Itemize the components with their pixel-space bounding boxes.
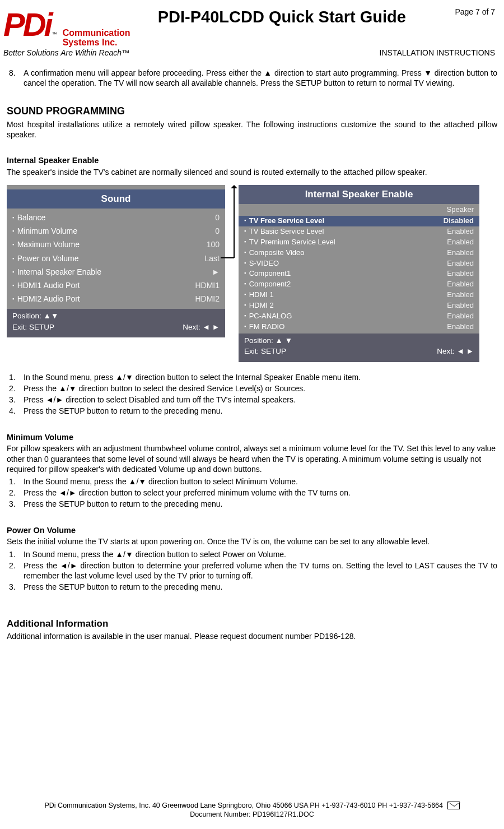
menu-item: Component2Enabled — [244, 279, 474, 290]
envelope-icon — [447, 802, 460, 809]
menu-title: Internal Speaker Enable — [239, 185, 479, 204]
menu-item-label: S-VIDEO — [244, 259, 279, 268]
sound-programming-intro: Most hospital installations utilize a re… — [7, 119, 497, 140]
menu-item: HDMI2 Audio PortHDMI2 — [12, 292, 220, 305]
menu-item-value: ► — [212, 267, 220, 277]
arrow-icon — [224, 185, 241, 196]
logo-tm: ™ — [52, 31, 57, 38]
list-item: 2.Press the ◄/► direction button to dete… — [7, 561, 497, 581]
menu-item-label: PC-ANALOG — [244, 312, 292, 321]
menu-item-label: HDMI 1 — [244, 290, 274, 300]
menu-item-value: Enabled — [447, 259, 474, 268]
menu-item-label: Balance — [12, 212, 45, 223]
list-item: 1.In the Sound menu, press ▲/▼ direction… — [7, 372, 497, 382]
menu-item-label: TV Basic Service Level — [244, 227, 324, 237]
menu-item-value: 0 — [215, 226, 220, 236]
menu-item-label: TV Premium Service Level — [244, 238, 335, 247]
step-text: Press the ◄/► direction button to select… — [24, 488, 497, 498]
step-text: Press the SETUP button to return to the … — [24, 582, 497, 592]
step-number: 1. — [7, 549, 24, 559]
ise-intro: The speaker's inside the TV's cabinet ar… — [7, 167, 497, 177]
menu-item-label: HDMI2 Audio Port — [12, 294, 80, 304]
menu-item-value: HDMI1 — [195, 280, 220, 290]
menu-item-label: Composite Video — [244, 248, 304, 258]
step-number: 4. — [7, 406, 24, 416]
footer-next: Next: ◄ ► — [183, 322, 220, 332]
section-sound-programming: SOUND PROGRAMMING — [7, 105, 497, 118]
menu-footer: Position: ▲▼ Exit: SETUP Next: ◄ ► — [7, 309, 225, 337]
menu-item-label: TV Free Service Level — [244, 216, 324, 226]
step-text: Press the SETUP button to return to the … — [24, 406, 497, 416]
menu-screenshots: Sound Balance0Minimum Volume0Maximum Vol… — [7, 185, 497, 362]
logo-text: PDi — [3, 3, 51, 45]
page-number: Page 7 of 7 — [433, 3, 495, 17]
menu-item-value: Enabled — [447, 227, 474, 237]
min-vol-intro: For pillow speakers with an adjustment t… — [7, 443, 497, 474]
footer-line2: Document Number: PD196I127R1.DOC — [190, 811, 314, 818]
footer-next: Next: ◄ ► — [437, 346, 474, 356]
menu-item: Power on VolumeLast — [12, 252, 220, 265]
install-instructions-label: INSTALLATION INSTRUCTIONS — [380, 48, 495, 58]
logo-company: Communication Systems Inc. — [63, 29, 130, 48]
menu-item-value: Last — [205, 253, 220, 263]
menu-item-label: Power on Volume — [12, 253, 78, 263]
step-number: 3. — [7, 499, 24, 509]
section-additional-info: Additional Information — [7, 618, 497, 630]
step-text: In the Sound menu, press the ▲/▼ directi… — [24, 476, 497, 487]
list-item: 8. A confirmation menu will appear befor… — [7, 68, 497, 88]
footer-exit: Exit: SETUP — [12, 322, 54, 332]
subsection-power-on-volume: Power On Volume — [7, 525, 497, 536]
list-item: 4.Press the SETUP button to return to th… — [7, 406, 497, 416]
menu-item-value: Enabled — [447, 290, 474, 300]
menu-item-value: Enabled — [447, 301, 474, 311]
menu-item-value: 0 — [215, 212, 220, 223]
menu-item-label: HDMI 2 — [244, 301, 274, 311]
doc-title: PDI-P40LCDD Quick Start Guide — [130, 3, 433, 28]
step-number: 3. — [7, 582, 24, 592]
menu-title: Sound — [7, 189, 225, 209]
menu-item: TV Basic Service LevelEnabled — [244, 226, 474, 237]
list-item: 3.Press the SETUP button to return to th… — [7, 582, 497, 592]
menu-footer: Position: ▲ ▼ Exit: SETUP Next: ◄ ► — [239, 334, 479, 362]
list-item: 3.Press the SETUP button to return to th… — [7, 499, 497, 509]
step-number: 1. — [7, 372, 24, 382]
menu-item: S-VIDEOEnabled — [244, 258, 474, 269]
footer-position: Position: ▲▼ — [12, 311, 220, 321]
menu-item-label: FM RADIO — [244, 322, 284, 332]
footer-position: Position: ▲ ▼ — [244, 336, 474, 346]
doc-subheader: Better Solutions Are Within Reach™ INSTA… — [0, 48, 504, 61]
menu-item-value: Enabled — [447, 248, 474, 258]
additional-info-text: Additional information is available in t… — [7, 631, 497, 641]
menu-item: HDMI 1Enabled — [244, 290, 474, 300]
menu-item-value: Enabled — [447, 322, 474, 332]
menu-item: HDMI 2Enabled — [244, 300, 474, 311]
list-item: 2.Press the ▲/▼ direction button to sele… — [7, 383, 497, 393]
menu-item: PC-ANALOGEnabled — [244, 311, 474, 322]
menu-item-value: Enabled — [447, 312, 474, 321]
step-number: 2. — [7, 488, 24, 498]
menu-item-value: 100 — [207, 239, 220, 249]
menu-item: Maximum Volume100 — [12, 238, 220, 251]
list-item: 1.In the Sound menu, press the ▲/▼ direc… — [7, 476, 497, 487]
menu-item-value: Enabled — [447, 280, 474, 289]
tagline: Better Solutions Are Within Reach™ — [3, 48, 129, 58]
page-footer: PDi Communication Systems, Inc. 40 Green… — [0, 801, 504, 819]
step-number: 3. — [7, 395, 24, 405]
menu-item: Balance0 — [12, 211, 220, 224]
menu-item-label: Component2 — [244, 280, 291, 289]
menu-item: Minimum Volume0 — [12, 224, 220, 238]
menu-item-label: Minimum Volume — [12, 226, 77, 236]
footer-exit: Exit: SETUP — [244, 346, 286, 356]
step-number: 2. — [7, 383, 24, 393]
step-number: 8. — [7, 68, 24, 88]
menu-item: FM RADIOEnabled — [244, 322, 474, 332]
menu-internal-speaker: Internal Speaker Enable Speaker TV Free … — [239, 185, 479, 362]
list-item: 2.Press the ◄/► direction button to sele… — [7, 488, 497, 498]
step-list-continued: 8. A confirmation menu will appear befor… — [7, 68, 497, 88]
pow-vol-steps: 1.In Sound menu, press the ▲/▼ direction… — [7, 549, 497, 592]
menu-item: TV Premium Service LevelEnabled — [244, 237, 474, 248]
subsection-internal-speaker-enable: Internal Speaker Enable — [7, 155, 497, 166]
step-text: Press ◄/► direction to select Disabled a… — [24, 395, 497, 405]
step-text: A confirmation menu will appear before p… — [24, 68, 497, 88]
menu-subhead: Speaker — [239, 204, 479, 216]
